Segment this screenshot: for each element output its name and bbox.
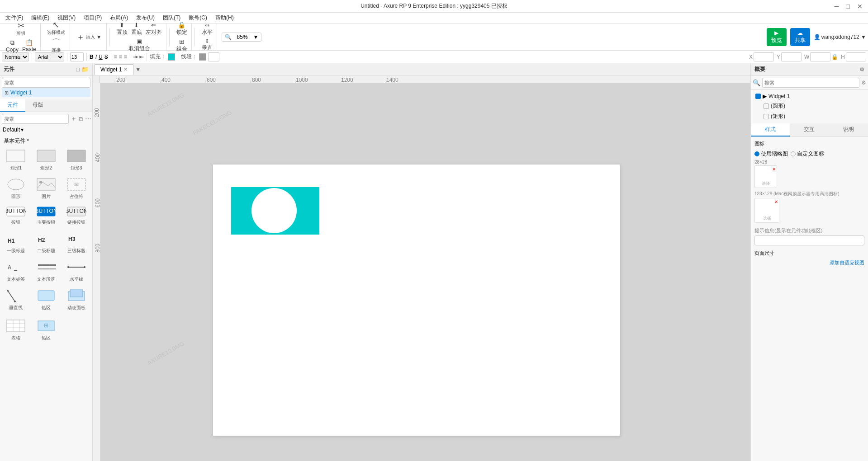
insert-button[interactable]: ＋ 插入 ▼ xyxy=(75,32,104,42)
group2-button[interactable]: ⊞ 组合 xyxy=(175,38,189,53)
outline-folder-icon[interactable]: 📁 xyxy=(81,66,89,73)
shape-circle[interactable] xyxy=(251,188,297,233)
align-left-text-button[interactable]: ≡ xyxy=(114,54,117,60)
outline-item-widget1[interactable]: ⊞ Widget 1 xyxy=(2,88,90,97)
widget-copy-icon[interactable]: ⧉ xyxy=(79,115,83,123)
widget1-checkbox[interactable] xyxy=(755,94,761,99)
font-size-input[interactable] xyxy=(70,52,84,61)
zoom-input[interactable] xyxy=(233,34,251,40)
adaptive-link[interactable]: 添加自适应视图 xyxy=(830,260,864,265)
bring-top-button[interactable]: ⬆ 置顶 xyxy=(115,21,129,37)
menu-project[interactable]: 项目(P) xyxy=(80,13,105,23)
widget-hr[interactable]: 水平线 xyxy=(62,258,90,285)
widget-dynamic-panel[interactable]: 动态面板 xyxy=(62,287,90,313)
y-input[interactable] xyxy=(781,52,802,61)
select-mode-button[interactable]: ↖ 选择模式 xyxy=(45,20,67,37)
subitem-circle[interactable]: (圆形) xyxy=(754,101,864,111)
x-input[interactable] xyxy=(754,52,774,61)
menu-help[interactable]: 帮助(H) xyxy=(212,13,237,23)
send-bottom-button[interactable]: ⬇ 置底 xyxy=(130,21,143,37)
tab-widget[interactable]: 元件 xyxy=(0,99,25,112)
widget-rect1[interactable]: 矩形1 xyxy=(2,147,30,174)
connect-button[interactable]: ⌒ 连接 xyxy=(48,38,64,54)
user-name-label[interactable]: 👤 wangxidong712 ▼ xyxy=(814,34,866,40)
right-search-input[interactable] xyxy=(762,78,859,88)
text-style-select[interactable]: Normal xyxy=(2,52,29,61)
fill-color-box[interactable] xyxy=(168,53,175,61)
tab-interact[interactable]: 交互 xyxy=(790,123,829,136)
widget-rect3[interactable]: 矩形3 xyxy=(62,147,90,174)
tab-master[interactable]: 母版 xyxy=(25,99,51,112)
paste-button[interactable]: 📋 Paste xyxy=(21,38,38,53)
minimize-button[interactable]: ─ xyxy=(833,3,841,10)
canvas-scroll[interactable]: 200 400 600 800 1000 1200 1400 xyxy=(93,76,750,461)
menu-account[interactable]: 账号(C) xyxy=(185,13,211,23)
widget-text-para[interactable]: ════════ ════════ 文本段落 xyxy=(32,258,61,285)
group-button[interactable]: ▣ 取消组合 xyxy=(127,38,152,53)
widget-rect2[interactable]: 矩形2 xyxy=(32,147,61,174)
zoom-control[interactable]: 🔍 ▼ xyxy=(222,33,262,42)
align-right-text-button[interactable]: ≡ xyxy=(124,54,127,60)
share-button[interactable]: ☁ 共享 xyxy=(790,28,810,46)
tree-item-widget1[interactable]: ▶ Widget 1 xyxy=(754,92,864,101)
canvas-add-tab-icon[interactable]: ▼ xyxy=(135,66,141,73)
distribute-h-button[interactable]: ⇔ 水平 xyxy=(200,22,214,37)
copy-button[interactable]: ⧉ Copy xyxy=(5,38,20,53)
widget-image[interactable]: 图片 xyxy=(32,175,61,202)
align-center-text-button[interactable]: ≡ xyxy=(119,54,122,60)
subitem-rect[interactable]: (矩形) xyxy=(754,111,864,122)
widget-add-icon[interactable]: ＋ xyxy=(71,115,77,123)
widget-button[interactable]: BUTTON 按钮 xyxy=(2,204,30,228)
canvas-tab-widget1[interactable]: Widget 1 ✕ xyxy=(95,64,133,75)
shape-rect[interactable] xyxy=(231,187,319,235)
preview-button[interactable]: ▶ 预览 xyxy=(767,28,787,46)
strikethrough-button[interactable]: S xyxy=(104,54,108,60)
widget-section-dropdown[interactable]: Default ▾ xyxy=(0,126,92,134)
widget-menu-icon[interactable]: ⋯ xyxy=(85,115,91,122)
lock-button[interactable]: 🔒 锁定 xyxy=(175,21,189,37)
maximize-button[interactable]: □ xyxy=(844,3,852,10)
outline-expand-icon[interactable]: □ xyxy=(76,66,80,73)
right-filter-icon[interactable]: ⚙ xyxy=(861,80,866,86)
radio-custom[interactable] xyxy=(791,151,796,156)
widget-placeholder[interactable]: ✉ 占位符 xyxy=(62,175,90,202)
distribute-v-button[interactable]: ⇕ 垂直 xyxy=(200,38,214,52)
window-controls[interactable]: ─ □ ✕ xyxy=(833,3,864,10)
close-button[interactable]: ✕ xyxy=(855,3,864,10)
stroke-color-box[interactable] xyxy=(199,53,206,61)
canvas-tab-close[interactable]: ✕ xyxy=(123,66,128,72)
right-panel-settings-icon[interactable]: ⚙ xyxy=(859,66,864,73)
widget-text-label[interactable]: A _ 文本标签 xyxy=(2,258,30,285)
h-input[interactable] xyxy=(846,52,866,61)
widget-table[interactable]: 表格 xyxy=(2,317,30,343)
widget-circle[interactable]: 圆形 xyxy=(2,175,30,202)
outdent-button[interactable]: ⇤ xyxy=(139,54,144,60)
icon-option-thumbnail[interactable]: 使用缩略图 xyxy=(754,150,788,158)
tab-notes[interactable]: 说明 xyxy=(829,123,868,136)
widget-h3[interactable]: H3 三级标题 xyxy=(62,230,90,256)
circle-checkbox[interactable] xyxy=(764,103,769,109)
stroke-input[interactable] xyxy=(208,52,219,61)
outline-search-input[interactable] xyxy=(2,78,90,88)
widget-more2[interactable]: ⊞ 热区 xyxy=(32,317,61,343)
w-input[interactable] xyxy=(810,52,830,61)
widget-hotspot[interactable]: 热区 xyxy=(32,287,61,313)
widget-search-input[interactable] xyxy=(2,114,69,124)
rect-checkbox[interactable] xyxy=(764,114,769,119)
tooltip-input[interactable] xyxy=(754,235,864,245)
align-left-button[interactable]: ⇐ 左对齐 xyxy=(144,21,163,37)
underline-button[interactable]: U xyxy=(99,54,103,60)
widget-primary-button[interactable]: BUTTON 主要按钮 xyxy=(32,204,61,228)
widget-h1[interactable]: H1 一级标题 xyxy=(2,230,30,256)
combined-shape[interactable] xyxy=(231,187,319,235)
widget-vr[interactable]: 垂直线 xyxy=(2,287,30,313)
indent-button[interactable]: ⇥ xyxy=(133,54,138,60)
widget-link-button[interactable]: BUTTON 链接按钮 xyxy=(62,204,90,228)
cut-button[interactable]: ✂ 剪切 xyxy=(13,21,29,38)
widget-h2[interactable]: H2 二级标题 xyxy=(32,230,61,256)
bold-button[interactable]: B xyxy=(90,54,94,60)
italic-button[interactable]: I xyxy=(95,54,97,60)
tab-style[interactable]: 样式 xyxy=(751,123,790,136)
radio-thumbnail[interactable] xyxy=(754,151,759,156)
icon-option-custom[interactable]: 自定义图标 xyxy=(791,150,824,158)
